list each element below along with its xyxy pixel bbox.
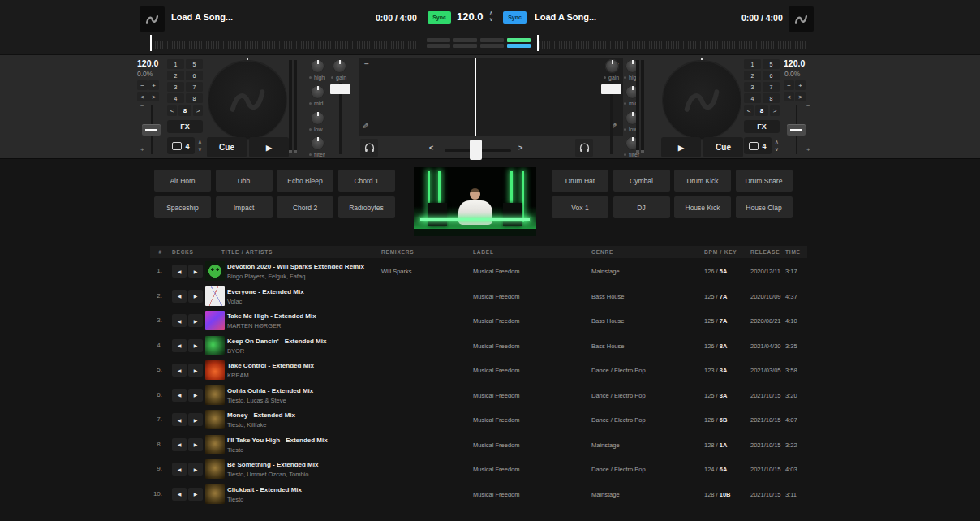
deck-a-loop-double-button[interactable]: >	[193, 105, 203, 116]
chevron-up-icon[interactable]: ∧	[198, 138, 202, 145]
deck-b-gain-knob[interactable]	[605, 59, 619, 73]
deck-b-pitch-fader-handle[interactable]	[787, 124, 806, 136]
deck-a-waveform-strip[interactable]	[150, 35, 418, 51]
deck-a-hotcue-pad-2[interactable]: 2	[167, 71, 184, 80]
deck-a-filter-knob[interactable]	[311, 136, 325, 150]
deck-a-nudge-forward-button[interactable]: >	[148, 92, 159, 101]
load-to-deck-b-button[interactable]: ▶	[188, 339, 203, 352]
deck-b-hotcue-pad-6[interactable]: 6	[763, 71, 780, 80]
deck-a-volume-fader-handle[interactable]	[330, 84, 350, 94]
load-to-deck-b-button[interactable]: ▶	[188, 438, 203, 451]
load-to-deck-b-button[interactable]: ▶	[188, 463, 203, 476]
chevron-up-icon[interactable]: ∧	[775, 138, 779, 145]
deck-a-hotcue-pad-8[interactable]: 8	[186, 93, 203, 103]
chevron-down-icon[interactable]: ∨	[198, 145, 202, 153]
deck-a-edit-pencil-icon[interactable]: ✎	[362, 122, 368, 131]
deck-a-low-knob[interactable]	[311, 111, 325, 125]
sample-pad-drum-snare[interactable]: Drum Snare	[736, 170, 793, 192]
sample-pad-vox-1[interactable]: Vox 1	[552, 196, 608, 218]
deck-a-hotcue-pad-6[interactable]: 6	[186, 71, 203, 80]
deck-b-hotcue-pad-7[interactable]: 7	[763, 82, 780, 92]
deck-b-waveform-strip[interactable]	[537, 35, 806, 51]
deck-a-sync-button[interactable]: Sync	[428, 11, 451, 24]
load-to-deck-b-button[interactable]: ▶	[188, 389, 203, 402]
deck-a-bpm-plus-button[interactable]: +	[148, 80, 159, 90]
deck-b-loop-half-button[interactable]: <	[744, 105, 754, 116]
deck-a-beats-stepper[interactable]: ∧ ∨	[198, 138, 202, 153]
deck-b-nudge-forward-button[interactable]: >	[795, 92, 806, 101]
deck-b-bpm-plus-button[interactable]: +	[795, 80, 806, 90]
deck-a-headphone-cue-button[interactable]	[360, 139, 378, 157]
load-to-deck-a-button[interactable]: ◀	[172, 463, 187, 476]
load-to-deck-a-button[interactable]: ◀	[172, 413, 187, 426]
load-to-deck-b-button[interactable]: ▶	[188, 265, 203, 278]
deck-b-hotcue-pad-4[interactable]: 4	[744, 93, 761, 103]
deck-a-loop-beats-button[interactable]: 4	[167, 137, 195, 154]
load-to-deck-b-button[interactable]: ▶	[188, 488, 203, 501]
deck-b-beats-stepper[interactable]: ∧ ∨	[775, 138, 779, 153]
deck-a-hotcue-pad-3[interactable]: 3	[167, 82, 184, 92]
deck-b-fx-button[interactable]: FX	[744, 120, 780, 133]
load-to-deck-a-button[interactable]: ◀	[172, 364, 187, 377]
deck-b-hotcue-pad-1[interactable]: 1	[744, 59, 761, 69]
deck-b-cue-button[interactable]: Cue	[703, 137, 743, 157]
deck-a-hotcue-pad-7[interactable]: 7	[186, 82, 203, 92]
crossfader-left-icon[interactable]: <	[429, 144, 433, 152]
deck-b-hotcue-pad-8[interactable]: 8	[763, 93, 780, 103]
sample-pad-chord-1[interactable]: Chord 1	[338, 170, 395, 192]
deck-a-play-button[interactable]: ▶	[249, 137, 289, 157]
crossfader-right-icon[interactable]: >	[518, 144, 522, 152]
sample-pad-echo-bleep[interactable]: Echo Bleep	[277, 170, 333, 192]
deck-b-nudge-back-button[interactable]: <	[784, 92, 794, 101]
deck-a-hotcue-pad-5[interactable]: 5	[186, 59, 203, 69]
sample-pad-dj[interactable]: DJ	[613, 196, 670, 218]
deck-b-load-song[interactable]: Load A Song...	[535, 12, 596, 22]
load-to-deck-a-button[interactable]: ◀	[172, 389, 187, 402]
sample-pad-house-clap[interactable]: House Clap	[736, 196, 793, 218]
deck-a-fx-button[interactable]: FX	[167, 120, 203, 133]
crossfader-handle[interactable]	[470, 140, 482, 160]
deck-a-load-song[interactable]: Load A Song...	[171, 12, 233, 22]
load-to-deck-b-button[interactable]: ▶	[188, 413, 203, 426]
load-to-deck-b-button[interactable]: ▶	[188, 364, 203, 377]
deck-b-bpm-minus-button[interactable]: −	[784, 80, 794, 90]
deck-a-loop-half-button[interactable]: <	[167, 105, 177, 116]
load-to-deck-a-button[interactable]: ◀	[172, 488, 187, 501]
deck-a-bpm-minus-button[interactable]: −	[137, 80, 148, 90]
sample-pad-chord-2[interactable]: Chord 2	[277, 196, 333, 218]
load-to-deck-a-button[interactable]: ◀	[172, 438, 187, 451]
deck-b-play-button[interactable]: ▶	[661, 137, 701, 157]
deck-a-mid-knob[interactable]	[311, 85, 325, 99]
load-to-deck-a-button[interactable]: ◀	[172, 290, 187, 303]
zoomed-waveform-view[interactable]	[359, 58, 623, 136]
chevron-down-icon[interactable]: ∨	[489, 16, 493, 23]
sample-pad-drum-hat[interactable]: Drum Hat	[552, 170, 608, 192]
sample-pad-house-kick[interactable]: House Kick	[674, 196, 731, 218]
chevron-up-icon[interactable]: ∧	[489, 10, 493, 16]
deck-b-loop-double-button[interactable]: >	[770, 105, 780, 116]
deck-b-hotcue-pad-3[interactable]: 3	[744, 82, 761, 92]
load-to-deck-a-button[interactable]: ◀	[172, 339, 187, 352]
deck-b-headphone-cue-button[interactable]	[575, 139, 593, 157]
bpm-stepper[interactable]: ∧ ∨	[489, 10, 493, 23]
deck-a-hotcue-pad-1[interactable]: 1	[167, 59, 184, 69]
chevron-down-icon[interactable]: ∨	[775, 145, 779, 153]
deck-a-nudge-back-button[interactable]: <	[137, 92, 148, 101]
sample-pad-uhh[interactable]: Uhh	[216, 170, 273, 192]
deck-a-hotcue-pad-4[interactable]: 4	[167, 93, 184, 103]
load-to-deck-a-button[interactable]: ◀	[172, 314, 187, 327]
deck-a-pitch-fader-handle[interactable]	[142, 124, 161, 136]
deck-b-hotcue-pad-5[interactable]: 5	[763, 59, 780, 69]
deck-a-gain-knob[interactable]	[333, 59, 346, 73]
deck-b-jog-wheel[interactable]	[663, 61, 741, 139]
deck-b-volume-fader-handle[interactable]	[601, 84, 621, 94]
zoom-out-icon[interactable]: −	[364, 59, 369, 68]
deck-a-high-knob[interactable]	[311, 59, 325, 73]
deck-b-sync-button[interactable]: Sync	[503, 11, 527, 24]
deck-a-cue-button[interactable]: Cue	[207, 137, 247, 157]
load-to-deck-a-button[interactable]: ◀	[172, 265, 187, 278]
deck-a-jog-wheel[interactable]	[208, 61, 286, 139]
load-to-deck-b-button[interactable]: ▶	[188, 314, 203, 327]
deck-b-hotcue-pad-2[interactable]: 2	[744, 71, 761, 80]
deck-b-loop-length[interactable]: 8	[755, 105, 768, 116]
